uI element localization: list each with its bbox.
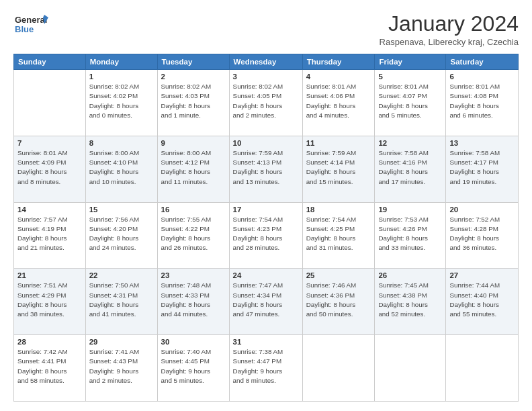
- calendar-cell: 19Sunrise: 7:53 AM Sunset: 4:26 PM Dayli…: [375, 202, 446, 269]
- calendar-cell: 22Sunrise: 7:50 AM Sunset: 4:31 PM Dayli…: [85, 269, 157, 335]
- calendar-cell: 23Sunrise: 7:48 AM Sunset: 4:33 PM Dayli…: [157, 269, 229, 335]
- day-number: 2: [161, 73, 226, 81]
- calendar-cell: 2Sunrise: 8:02 AM Sunset: 4:03 PM Daylig…: [157, 70, 229, 136]
- calendar-week-row: 1Sunrise: 8:02 AM Sunset: 4:02 PM Daylig…: [14, 70, 519, 136]
- calendar-cell: 10Sunrise: 7:59 AM Sunset: 4:13 PM Dayli…: [229, 136, 302, 202]
- day-number: 23: [161, 271, 226, 279]
- day-info: Sunrise: 7:59 AM Sunset: 4:14 PM Dayligh…: [306, 148, 371, 187]
- day-number: 7: [17, 139, 82, 147]
- calendar-day-header: Tuesday: [157, 54, 229, 70]
- day-info: Sunrise: 7:42 AM Sunset: 4:41 PM Dayligh…: [17, 347, 82, 385]
- day-number: 9: [161, 139, 226, 147]
- calendar-cell: 29Sunrise: 7:41 AM Sunset: 4:43 PM Dayli…: [85, 335, 157, 402]
- svg-text:Blue: Blue: [15, 24, 34, 34]
- title-block: January 2024 Raspenava, Liberecky kraj, …: [380, 12, 519, 47]
- day-number: 28: [17, 338, 82, 346]
- calendar-cell: 7Sunrise: 8:01 AM Sunset: 4:09 PM Daylig…: [14, 136, 86, 202]
- day-info: Sunrise: 7:47 AM Sunset: 4:34 PM Dayligh…: [233, 281, 299, 319]
- calendar-day-header: Monday: [85, 54, 157, 70]
- day-info: Sunrise: 7:59 AM Sunset: 4:13 PM Dayligh…: [233, 148, 299, 187]
- day-info: Sunrise: 7:41 AM Sunset: 4:43 PM Dayligh…: [89, 347, 154, 385]
- day-info: Sunrise: 7:38 AM Sunset: 4:47 PM Dayligh…: [233, 347, 299, 385]
- day-number: 12: [378, 139, 442, 147]
- calendar-cell: 17Sunrise: 7:54 AM Sunset: 4:23 PM Dayli…: [229, 202, 302, 269]
- day-info: Sunrise: 7:53 AM Sunset: 4:26 PM Dayligh…: [378, 215, 442, 253]
- day-info: Sunrise: 7:55 AM Sunset: 4:22 PM Dayligh…: [161, 215, 226, 253]
- day-info: Sunrise: 8:01 AM Sunset: 4:08 PM Dayligh…: [449, 82, 515, 120]
- day-number: 11: [306, 139, 371, 147]
- logo: General Blue: [13, 12, 48, 36]
- calendar-cell: 26Sunrise: 7:45 AM Sunset: 4:38 PM Dayli…: [375, 269, 446, 335]
- day-info: Sunrise: 7:58 AM Sunset: 4:17 PM Dayligh…: [449, 148, 515, 187]
- day-info: Sunrise: 8:02 AM Sunset: 4:05 PM Dayligh…: [233, 82, 299, 120]
- day-number: 1: [89, 73, 154, 81]
- day-info: Sunrise: 7:45 AM Sunset: 4:38 PM Dayligh…: [378, 281, 442, 319]
- calendar-cell: 18Sunrise: 7:54 AM Sunset: 4:25 PM Dayli…: [302, 202, 375, 269]
- day-info: Sunrise: 7:46 AM Sunset: 4:36 PM Dayligh…: [306, 281, 371, 319]
- day-info: Sunrise: 7:44 AM Sunset: 4:40 PM Dayligh…: [449, 281, 515, 319]
- day-info: Sunrise: 7:51 AM Sunset: 4:29 PM Dayligh…: [17, 281, 82, 319]
- calendar-week-row: 7Sunrise: 8:01 AM Sunset: 4:09 PM Daylig…: [14, 136, 519, 202]
- day-number: 31: [233, 338, 299, 346]
- day-number: 29: [89, 338, 154, 346]
- calendar-day-header: Thursday: [302, 54, 375, 70]
- calendar-cell: [375, 335, 446, 402]
- day-number: 16: [161, 205, 226, 214]
- day-info: Sunrise: 7:50 AM Sunset: 4:31 PM Dayligh…: [89, 281, 154, 319]
- day-number: 22: [89, 271, 154, 279]
- calendar-cell: 21Sunrise: 7:51 AM Sunset: 4:29 PM Dayli…: [14, 269, 86, 335]
- calendar-cell: 12Sunrise: 7:58 AM Sunset: 4:16 PM Dayli…: [375, 136, 446, 202]
- day-info: Sunrise: 7:57 AM Sunset: 4:19 PM Dayligh…: [17, 215, 82, 253]
- calendar-cell: 9Sunrise: 8:00 AM Sunset: 4:12 PM Daylig…: [157, 136, 229, 202]
- calendar-cell: 28Sunrise: 7:42 AM Sunset: 4:41 PM Dayli…: [14, 335, 86, 402]
- day-number: 21: [17, 271, 82, 279]
- day-number: 30: [161, 338, 226, 346]
- main-title: January 2024: [380, 12, 519, 36]
- calendar-cell: 3Sunrise: 8:02 AM Sunset: 4:05 PM Daylig…: [229, 70, 302, 136]
- day-info: Sunrise: 8:00 AM Sunset: 4:12 PM Dayligh…: [161, 148, 226, 187]
- calendar-week-row: 14Sunrise: 7:57 AM Sunset: 4:19 PM Dayli…: [14, 202, 519, 269]
- day-number: 8: [89, 139, 154, 147]
- calendar-cell: 27Sunrise: 7:44 AM Sunset: 4:40 PM Dayli…: [446, 269, 519, 335]
- day-info: Sunrise: 7:52 AM Sunset: 4:28 PM Dayligh…: [449, 215, 515, 253]
- day-info: Sunrise: 8:00 AM Sunset: 4:10 PM Dayligh…: [89, 148, 154, 187]
- day-info: Sunrise: 7:48 AM Sunset: 4:33 PM Dayligh…: [161, 281, 226, 319]
- page: General Blue January 2024 Raspenava, Lib…: [0, 0, 532, 411]
- day-number: 26: [378, 271, 442, 279]
- day-number: 27: [449, 271, 515, 279]
- calendar-cell: 8Sunrise: 8:00 AM Sunset: 4:10 PM Daylig…: [85, 136, 157, 202]
- calendar-cell: 6Sunrise: 8:01 AM Sunset: 4:08 PM Daylig…: [446, 70, 519, 136]
- day-number: 13: [449, 139, 515, 147]
- day-number: 6: [449, 73, 515, 81]
- calendar-cell: 31Sunrise: 7:38 AM Sunset: 4:47 PM Dayli…: [229, 335, 302, 402]
- calendar-cell: 4Sunrise: 8:01 AM Sunset: 4:06 PM Daylig…: [302, 70, 375, 136]
- calendar-header-row: SundayMondayTuesdayWednesdayThursdayFrid…: [14, 54, 519, 70]
- calendar-cell: 11Sunrise: 7:59 AM Sunset: 4:14 PM Dayli…: [302, 136, 375, 202]
- calendar-day-header: Sunday: [14, 54, 86, 70]
- calendar-cell: 13Sunrise: 7:58 AM Sunset: 4:17 PM Dayli…: [446, 136, 519, 202]
- calendar-cell: 5Sunrise: 8:01 AM Sunset: 4:07 PM Daylig…: [375, 70, 446, 136]
- day-number: 18: [306, 205, 371, 214]
- header: General Blue January 2024 Raspenava, Lib…: [13, 12, 519, 47]
- calendar-cell: 25Sunrise: 7:46 AM Sunset: 4:36 PM Dayli…: [302, 269, 375, 335]
- calendar-week-row: 21Sunrise: 7:51 AM Sunset: 4:29 PM Dayli…: [14, 269, 519, 335]
- day-info: Sunrise: 7:54 AM Sunset: 4:25 PM Dayligh…: [306, 215, 371, 253]
- calendar-cell: [446, 335, 519, 402]
- day-number: 14: [17, 205, 82, 214]
- subtitle: Raspenava, Liberecky kraj, Czechia: [380, 37, 519, 47]
- calendar-cell: 14Sunrise: 7:57 AM Sunset: 4:19 PM Dayli…: [14, 202, 86, 269]
- day-info: Sunrise: 8:01 AM Sunset: 4:07 PM Dayligh…: [378, 82, 442, 120]
- day-info: Sunrise: 7:56 AM Sunset: 4:20 PM Dayligh…: [89, 215, 154, 253]
- day-number: 20: [449, 205, 515, 214]
- calendar-day-header: Friday: [375, 54, 446, 70]
- calendar-cell: 24Sunrise: 7:47 AM Sunset: 4:34 PM Dayli…: [229, 269, 302, 335]
- day-number: 19: [378, 205, 442, 214]
- day-number: 4: [306, 73, 371, 81]
- day-number: 24: [233, 271, 299, 279]
- day-number: 17: [233, 205, 299, 214]
- day-info: Sunrise: 8:02 AM Sunset: 4:03 PM Dayligh…: [161, 82, 226, 120]
- day-number: 25: [306, 271, 371, 279]
- svg-text:General: General: [15, 15, 47, 25]
- day-number: 5: [378, 73, 442, 81]
- day-number: 3: [233, 73, 299, 81]
